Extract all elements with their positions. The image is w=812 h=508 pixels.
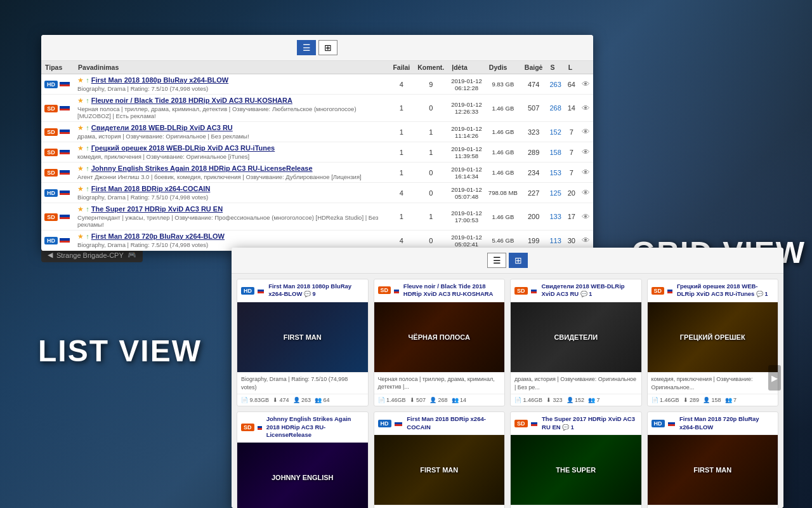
cell-comments: 1 bbox=[414, 122, 448, 142]
grid-card[interactable]: SD The Super 2017 HDRip XviD AC3 RU EN 💬… bbox=[510, 411, 642, 508]
stat-seeders: 👤 263 bbox=[293, 397, 311, 403]
grid-card-stats: 📄 9.83GB ⬇ 474 👤 263 👥 64 bbox=[237, 394, 368, 406]
grid-card[interactable]: HD First Man 2018 720p BluRay x264-BLOW … bbox=[647, 411, 779, 508]
grid-card[interactable]: SD Грецкий орешек 2018 WEB-DLRip XviD AC… bbox=[647, 279, 779, 406]
list-panel: ☰ ⊞ Tipas Pavadinimas Failai Koment. Įdė… bbox=[41, 35, 593, 251]
cell-leechers: 263 bbox=[546, 74, 564, 95]
grid-card-image: ЧЁРНАЯ ПОЛОСА bbox=[374, 302, 505, 372]
grid-card[interactable]: HD First Man 2018 BDRip x264-COCAIN FIRS… bbox=[374, 411, 506, 508]
cell-title: ★ ↑ First Man 2018 BDRip x264-COCAIN Bio… bbox=[74, 183, 389, 203]
grid-card-info: Biography, Drama | Rating: 7.5/10 (74,99… bbox=[237, 372, 368, 394]
col-ideta: Įdėta bbox=[448, 61, 485, 74]
cell-comments: 0 bbox=[414, 183, 448, 203]
table-header-row: Tipas Pavadinimas Failai Koment. Įdėta D… bbox=[41, 61, 593, 74]
cell-leechers: 153 bbox=[546, 163, 564, 183]
col-koment: Koment. bbox=[414, 61, 448, 74]
table-row[interactable]: SD ★ ↑ Свидетели 2018 WEB-DLRip XviD AC3… bbox=[41, 122, 593, 142]
cell-title: ★ ↑ Johnny English Strikes Again 2018 HD… bbox=[74, 163, 389, 183]
list-toolbar: ☰ ⊞ bbox=[41, 35, 593, 61]
grid-card[interactable]: SD Johnny English Strikes Again 2018 HDR… bbox=[237, 411, 369, 508]
grid-card-stats: 📄 1.46GB ⬇ 323 👤 152 👥 7 bbox=[511, 394, 641, 406]
grid-view-button[interactable]: ⊞ bbox=[318, 40, 337, 55]
cell-title: ★ ↑ Грецкий орешек 2018 WEB-DLRip XviD A… bbox=[74, 142, 389, 163]
cell-size: 1.46 GB bbox=[485, 122, 521, 142]
table-row[interactable]: SD ★ ↑ Fleuve noir / Black Tide 2018 HDR… bbox=[41, 95, 593, 122]
pacman-icon: ◀ bbox=[48, 251, 53, 259]
grid-panel: ☰ ⊞ HD First Man 2018 1080p BluRay x264-… bbox=[232, 248, 783, 508]
cell-downloaded: 17 bbox=[565, 203, 579, 231]
grid-card-header: SD Fleuve noir / Black Tide 2018 HDRip X… bbox=[374, 279, 505, 302]
cell-downloaded: 7 bbox=[565, 163, 579, 183]
grid-card-info: Супернтендант | ужасы, триллер bbox=[511, 505, 641, 508]
grid-list-view-button[interactable]: ☰ bbox=[487, 253, 506, 268]
cell-type: HD bbox=[41, 74, 74, 95]
grid-container: HD First Man 2018 1080p BluRay x264-BLOW… bbox=[232, 274, 783, 508]
cell-seeders: 323 bbox=[521, 122, 547, 142]
strange-brigade-icon: 🎮 bbox=[128, 251, 136, 259]
grid-card-info: драма, история | Озвучивание: Оригинальн… bbox=[511, 372, 641, 394]
col-l: L bbox=[565, 61, 579, 74]
cell-eye[interactable]: 👁 bbox=[579, 142, 593, 163]
table-row[interactable]: HD ★ ↑ First Man 2018 1080p BluRay x264-… bbox=[41, 74, 593, 95]
cell-title: ★ ↑ The Super 2017 HDRip XviD AC3 RU EN … bbox=[74, 203, 389, 231]
col-failai: Failai bbox=[389, 61, 414, 74]
grid-card-info: Biography, Drama | Rating: 7.5/10 bbox=[374, 505, 505, 508]
grid-card[interactable]: SD Fleuve noir / Black Tide 2018 HDRip X… bbox=[374, 279, 506, 406]
grid-card-header: HD First Man 2018 BDRip x264-COCAIN bbox=[374, 412, 505, 435]
cell-date: 2019-01-1216:14:34 bbox=[448, 163, 485, 183]
cell-title: ★ ↑ First Man 2018 1080p BluRay x264-BLO… bbox=[74, 74, 389, 95]
cell-eye[interactable]: 👁 bbox=[579, 74, 593, 95]
list-view-button[interactable]: ☰ bbox=[297, 40, 316, 55]
cell-downloaded: 20 bbox=[565, 183, 579, 203]
grid-card-info: комедия, приключения | Озвучивание: Ориг… bbox=[648, 372, 778, 394]
cell-files: 4 bbox=[389, 74, 414, 95]
cell-files: 1 bbox=[389, 142, 414, 163]
grid-card[interactable]: HD First Man 2018 1080p BluRay x264-BLOW… bbox=[237, 279, 369, 406]
grid-card-info: Черная полоса | триллер, драма, криминал… bbox=[374, 372, 505, 394]
table-row[interactable]: SD ★ ↑ Грецкий орешек 2018 WEB-DLRip Xvi… bbox=[41, 142, 593, 163]
grid-card-header: SD Грецкий орешек 2018 WEB-DLRip XviD AC… bbox=[648, 279, 778, 302]
cell-eye[interactable]: 👁 bbox=[579, 163, 593, 183]
cell-type: SD bbox=[41, 203, 74, 231]
cell-size: 1.46 GB bbox=[485, 203, 521, 231]
col-s: S bbox=[546, 61, 564, 74]
grid-card-image: ГРЕЦКИЙ ОРЕШЕК bbox=[648, 302, 778, 372]
stat-seeders: 👤 152 bbox=[566, 397, 585, 403]
cell-eye[interactable]: 👁 bbox=[579, 203, 593, 231]
col-actions bbox=[579, 61, 593, 74]
cell-seeders: 289 bbox=[521, 142, 547, 163]
stat-downloaded: ⬇ 323 bbox=[546, 397, 563, 403]
cell-downloaded: 7 bbox=[565, 122, 579, 142]
grid-grid-view-button[interactable]: ⊞ bbox=[509, 253, 528, 268]
cell-size: 1.46 GB bbox=[485, 163, 521, 183]
cell-files: 1 bbox=[389, 203, 414, 231]
stat-leechers: 👥 7 bbox=[725, 397, 737, 403]
cell-comments: 0 bbox=[414, 95, 448, 122]
col-pavadinimas: Pavadinimas bbox=[74, 61, 389, 74]
grid-card[interactable]: SD Свидетели 2018 WEB-DLRip XviD AC3 RU … bbox=[510, 279, 642, 406]
cell-date: 2019-01-1211:14:26 bbox=[448, 122, 485, 142]
cell-type: SD bbox=[41, 122, 74, 142]
cell-title: ★ ↑ Fleuve noir / Black Tide 2018 HDRip … bbox=[74, 95, 389, 122]
grid-card-image: FIRST MAN bbox=[374, 435, 505, 505]
cell-type: SD bbox=[41, 142, 74, 163]
cell-eye[interactable]: 👁 bbox=[579, 122, 593, 142]
cell-eye[interactable]: 👁 bbox=[579, 95, 593, 122]
cell-comments: 0 bbox=[414, 163, 448, 183]
cell-leechers: 158 bbox=[546, 142, 564, 163]
cell-size: 9.83 GB bbox=[485, 74, 521, 95]
stat-downloaded: ⬇ 507 bbox=[410, 397, 426, 403]
grid-card-image: FIRST MAN bbox=[648, 435, 778, 505]
grid-card-image: JOHNNY ENGLISH bbox=[237, 443, 368, 508]
grid-toolbar: ☰ ⊞ bbox=[232, 248, 783, 274]
table-row[interactable]: SD ★ ↑ Johnny English Strikes Again 2018… bbox=[41, 163, 593, 183]
cell-seeders: 474 bbox=[521, 74, 547, 95]
cell-eye[interactable]: 👁 bbox=[579, 183, 593, 203]
stat-leechers: 👥 14 bbox=[452, 397, 467, 403]
scroll-next-button[interactable]: ▶ bbox=[768, 365, 781, 391]
cell-files: 4 bbox=[389, 183, 414, 203]
table-row[interactable]: SD ★ ↑ The Super 2017 HDRip XviD AC3 RU … bbox=[41, 203, 593, 231]
stat-downloaded: ⬇ 289 bbox=[683, 397, 700, 403]
table-row[interactable]: HD ★ ↑ First Man 2018 BDRip x264-COCAIN … bbox=[41, 183, 593, 203]
cell-title: ★ ↑ Свидетели 2018 WEB-DLRip XviD AC3 RU… bbox=[74, 122, 389, 142]
